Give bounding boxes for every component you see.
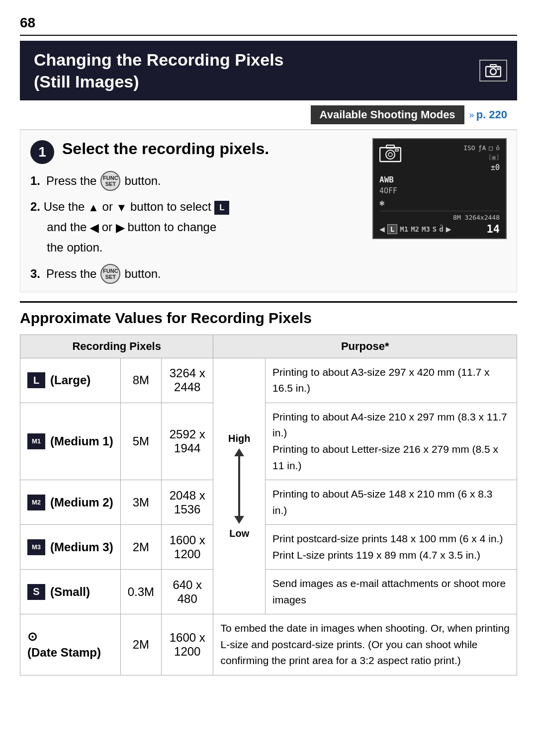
camera-mode-icon bbox=[479, 60, 507, 82]
cs-awb: AWB bbox=[379, 175, 500, 184]
row-m2-purpose: Printing to about A5-size 148 x 210 mm (… bbox=[266, 480, 517, 525]
row-m1-name: M1 (Medium 1) bbox=[20, 403, 121, 480]
col-header-purpose: Purpose* bbox=[213, 335, 517, 358]
left-arrow: ◀ bbox=[90, 219, 98, 237]
button-text-3: button. bbox=[124, 264, 161, 283]
chapter-header: Changing the Recording Pixels (Still Ima… bbox=[20, 41, 517, 100]
step1-section: 1 Select the recording pixels. 1. Press … bbox=[20, 130, 517, 292]
row-large-purpose: Printing to about A3-size 297 x 420 mm (… bbox=[266, 358, 517, 403]
step-num-1: 1. bbox=[30, 171, 42, 190]
or-text-2: or bbox=[102, 220, 116, 234]
up-arrow: ▲ bbox=[88, 198, 99, 217]
press-text-3: Press the bbox=[46, 264, 96, 283]
row-large-res: 3264 x 2448 bbox=[162, 358, 213, 403]
cs-af: 4OFF bbox=[379, 186, 500, 195]
cs-mode-S: S bbox=[433, 225, 437, 233]
chevron-right-icon: » bbox=[469, 110, 474, 120]
svg-rect-2 bbox=[490, 65, 496, 67]
func-set-button-1[interactable]: FUNCSET bbox=[100, 171, 120, 191]
col-header-recording-pixels: Recording Pixels bbox=[20, 335, 213, 358]
cs-video-icon: [▣] bbox=[488, 154, 500, 161]
table-wrapper: Recording Pixels Purpose* L (Large) 8 bbox=[20, 335, 517, 675]
row-m1-purpose: Printing to about A4-size 210 x 297 mm (… bbox=[266, 403, 517, 480]
row-large-name: L (Large) bbox=[20, 358, 121, 403]
cs-mode-M3: M3 bbox=[422, 225, 430, 233]
date-stamp-icon: ⊙ bbox=[27, 630, 37, 644]
step-num-2: 2. bbox=[30, 200, 40, 213]
row-m2-res: 2048 x 1536 bbox=[162, 480, 213, 525]
L-icon-inline: L bbox=[214, 201, 229, 215]
approx-section: Approximate Values for Recording Pixels … bbox=[20, 310, 517, 675]
row-s-name: S (Small) bbox=[20, 570, 121, 614]
row-m2-mp: 3M bbox=[120, 480, 161, 525]
cs-square-icon: □ bbox=[489, 144, 493, 152]
cs-star: ✱ bbox=[379, 197, 500, 208]
camera-body-icon bbox=[379, 144, 401, 168]
section-divider bbox=[20, 301, 517, 303]
approx-section-title: Approximate Values for Recording Pixels bbox=[20, 310, 517, 327]
func-set-button-3[interactable]: FUNCSET bbox=[100, 264, 120, 284]
camera-screen-top: ISO ƒA □ ô [▣] ±0 bbox=[379, 144, 500, 172]
step-num-3: 3. bbox=[30, 264, 42, 283]
right-arrow: ▶ bbox=[116, 219, 124, 237]
svg-point-1 bbox=[490, 69, 496, 75]
table-row: M1 (Medium 1) 5M 2592 x 1944 Printing to… bbox=[20, 403, 517, 480]
svg-rect-7 bbox=[386, 145, 394, 148]
cs-pm-value: ±0 bbox=[491, 163, 500, 172]
svg-rect-8 bbox=[395, 149, 398, 151]
svg-point-5 bbox=[386, 150, 395, 159]
row-large-mp: 8M bbox=[120, 358, 161, 403]
m3-label: (Medium 3) bbox=[50, 540, 113, 554]
step1-instructions: 1. Press the FUNCSET button. 2. Use the … bbox=[30, 171, 362, 283]
cs-mode-M2: M2 bbox=[411, 225, 419, 233]
svg-point-6 bbox=[388, 153, 392, 157]
camera-screen-bottom: 8M 3264x2448 ◀ L M1 M2 M3 S d̈ ▶ 14 bbox=[379, 211, 500, 235]
row-ds-res: 1600 x 1200 bbox=[162, 614, 213, 675]
row-s-mp: 0.3M bbox=[120, 570, 161, 614]
ds-label: (Date Stamp) bbox=[27, 646, 101, 660]
m2-icon: M2 bbox=[27, 495, 45, 510]
row-s-res: 640 x 480 bbox=[162, 570, 213, 614]
row-m1-res: 2592 x 1944 bbox=[162, 403, 213, 480]
quality-arrow-cell: High Low bbox=[213, 358, 266, 614]
available-modes-label: Available Shooting Modes bbox=[311, 105, 464, 124]
cs-mode-L-selected: L bbox=[387, 224, 397, 234]
cs-left-indicator: ◀ bbox=[379, 224, 385, 234]
cs-fa-icon: ƒA bbox=[478, 144, 486, 152]
camera-preview: ISO ƒA □ ô [▣] ±0 AWB bbox=[372, 138, 507, 239]
and-text: and the bbox=[47, 220, 90, 234]
cs-mode-M1: M1 bbox=[400, 225, 408, 233]
row-m3-name: M3 (Medium 3) bbox=[20, 525, 121, 570]
cs-resolution: 8M 3264x2448 bbox=[379, 214, 500, 221]
step1-row: 1 Select the recording pixels. 1. Press … bbox=[30, 138, 507, 283]
row-m3-res: 1600 x 1200 bbox=[162, 525, 213, 570]
large-icon: L bbox=[27, 372, 45, 388]
button-to-select: button to select bbox=[130, 200, 214, 213]
m3-icon: M3 bbox=[27, 539, 45, 555]
table-row: M2 (Medium 2) 3M 2048 x 1536 Printing to… bbox=[20, 480, 517, 525]
row-ds-name: ⊙ (Date Stamp) bbox=[20, 614, 121, 675]
modes-page-ref: p. 220 bbox=[476, 108, 507, 121]
quality-high-label: High bbox=[228, 433, 250, 444]
table-row: M3 (Medium 3) 2M 1600 x 1200 Print postc… bbox=[20, 525, 517, 570]
page-number: 68 bbox=[20, 15, 517, 36]
table-row: S (Small) 0.3M 640 x 480 Send images as … bbox=[20, 570, 517, 614]
chapter-title-line1: Changing the Recording Pixels bbox=[34, 50, 284, 69]
chapter-title-line2: (Still Images) bbox=[34, 72, 139, 91]
quality-low-label: Low bbox=[229, 528, 249, 539]
down-arrow: ▼ bbox=[116, 198, 127, 217]
step-number-badge: 1 bbox=[30, 140, 54, 164]
cs-mode-bar: ◀ L M1 M2 M3 S d̈ ▶ 14 bbox=[379, 223, 500, 235]
s-label: (Small) bbox=[50, 585, 90, 599]
m1-icon: M1 bbox=[27, 433, 45, 449]
row-m2-name: M2 (Medium 2) bbox=[20, 480, 121, 525]
large-label: (Large) bbox=[50, 373, 90, 387]
row-m1-mp: 5M bbox=[120, 403, 161, 480]
cs-mode-datestamp: d̈ bbox=[439, 225, 443, 233]
the-option: the option. bbox=[47, 241, 102, 254]
table-row: ⊙ (Date Stamp) 2M 1600 x 1200 To embed t… bbox=[20, 614, 517, 675]
cs-lock-icon: ô bbox=[496, 144, 500, 152]
pixels-table: Recording Pixels Purpose* L (Large) 8 bbox=[20, 335, 517, 675]
table-row: L (Large) 8M 3264 x 2448 High bbox=[20, 358, 517, 403]
available-modes-link[interactable]: » p. 220 bbox=[469, 108, 507, 121]
